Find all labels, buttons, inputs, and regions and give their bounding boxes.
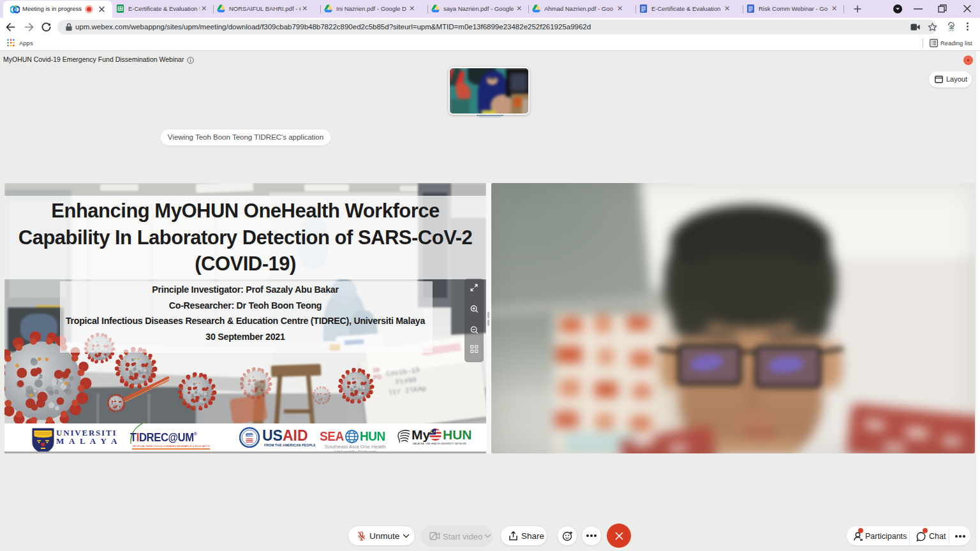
svg-text:USAID: USAID	[247, 434, 255, 437]
svg-text:UPM: UPM	[949, 29, 954, 32]
